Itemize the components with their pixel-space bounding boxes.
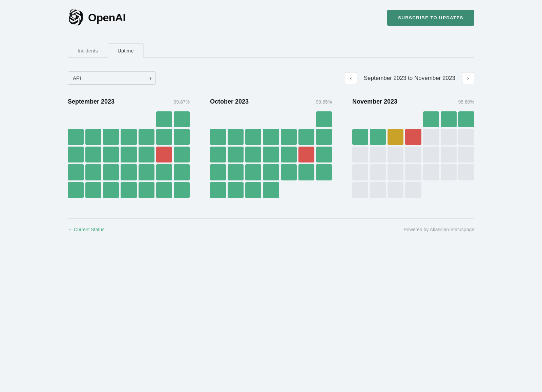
- calendar-cell[interactable]: [85, 129, 101, 145]
- calendar-cell[interactable]: [156, 111, 172, 127]
- calendar-cell[interactable]: [405, 182, 421, 198]
- calendar-cell[interactable]: [139, 111, 154, 127]
- calendar-cell[interactable]: [441, 111, 457, 127]
- calendar-cell[interactable]: [68, 111, 84, 127]
- calendar-cell[interactable]: [281, 164, 297, 180]
- calendar-cell[interactable]: [174, 111, 190, 127]
- calendar-cell[interactable]: [316, 129, 332, 145]
- calendar-cell[interactable]: [281, 111, 297, 127]
- calendar-cell[interactable]: [370, 182, 386, 198]
- calendar-cell[interactable]: [103, 111, 119, 127]
- calendar-cell[interactable]: [316, 111, 332, 127]
- calendar-cell[interactable]: [156, 164, 172, 180]
- calendar-cell[interactable]: [174, 147, 190, 162]
- calendar-cell[interactable]: [210, 129, 226, 145]
- calendar-cell[interactable]: [281, 129, 297, 145]
- calendar-cell[interactable]: [139, 182, 154, 198]
- calendar-cell[interactable]: [85, 182, 101, 198]
- calendar-cell[interactable]: [388, 111, 403, 127]
- calendar-cell[interactable]: [405, 164, 421, 180]
- calendar-cell[interactable]: [174, 164, 190, 180]
- calendar-cell[interactable]: [68, 164, 84, 180]
- calendar-cell[interactable]: [458, 129, 474, 145]
- calendar-cell[interactable]: [370, 111, 386, 127]
- calendar-cell[interactable]: [441, 164, 457, 180]
- calendar-cell[interactable]: [68, 129, 84, 145]
- calendar-cell[interactable]: [103, 147, 119, 162]
- calendar-cell[interactable]: [156, 147, 172, 162]
- calendar-cell[interactable]: [458, 164, 474, 180]
- calendar-cell[interactable]: [174, 182, 190, 198]
- subscribe-button[interactable]: SUBSCRIBE TO UPDATES: [387, 10, 474, 26]
- calendar-cell[interactable]: [68, 182, 84, 198]
- calendar-cell[interactable]: [423, 111, 439, 127]
- calendar-cell[interactable]: [103, 182, 119, 198]
- calendar-cell[interactable]: [245, 111, 261, 127]
- calendar-cell[interactable]: [85, 147, 101, 162]
- calendar-cell[interactable]: [405, 129, 421, 145]
- calendar-cell[interactable]: [85, 111, 101, 127]
- calendar-cell[interactable]: [210, 111, 226, 127]
- calendar-cell[interactable]: [281, 182, 297, 198]
- calendar-cell[interactable]: [298, 164, 314, 180]
- calendar-cell[interactable]: [121, 147, 137, 162]
- tab-uptime[interactable]: Uptime: [108, 43, 144, 58]
- calendar-cell[interactable]: [103, 164, 119, 180]
- calendar-cell[interactable]: [121, 129, 137, 145]
- calendar-cell[interactable]: [298, 147, 314, 162]
- calendar-cell[interactable]: [352, 164, 368, 180]
- calendar-cell[interactable]: [210, 182, 226, 198]
- calendar-cell[interactable]: [245, 182, 261, 198]
- calendar-cell[interactable]: [174, 129, 190, 145]
- calendar-cell[interactable]: [458, 111, 474, 127]
- prev-period-button[interactable]: ‹: [345, 72, 357, 84]
- calendar-cell[interactable]: [121, 182, 137, 198]
- calendar-cell[interactable]: [210, 147, 226, 162]
- calendar-cell[interactable]: [423, 182, 439, 198]
- calendar-cell[interactable]: [405, 147, 421, 162]
- calendar-cell[interactable]: [352, 111, 368, 127]
- calendar-cell[interactable]: [263, 111, 279, 127]
- service-dropdown[interactable]: API ChatGPT Labs Playground: [68, 71, 156, 85]
- calendar-cell[interactable]: [103, 129, 119, 145]
- calendar-cell[interactable]: [370, 147, 386, 162]
- calendar-cell[interactable]: [245, 147, 261, 162]
- calendar-cell[interactable]: [388, 129, 403, 145]
- tab-incidents[interactable]: Incidents: [68, 43, 108, 58]
- calendar-cell[interactable]: [423, 129, 439, 145]
- calendar-cell[interactable]: [156, 129, 172, 145]
- calendar-cell[interactable]: [139, 164, 154, 180]
- calendar-cell[interactable]: [281, 147, 297, 162]
- calendar-cell[interactable]: [139, 129, 154, 145]
- calendar-cell[interactable]: [352, 182, 368, 198]
- calendar-cell[interactable]: [228, 147, 244, 162]
- calendar-cell[interactable]: [263, 182, 279, 198]
- calendar-cell[interactable]: [121, 111, 137, 127]
- calendar-cell[interactable]: [263, 147, 279, 162]
- calendar-cell[interactable]: [210, 164, 226, 180]
- calendar-cell[interactable]: [441, 147, 457, 162]
- calendar-cell[interactable]: [458, 182, 474, 198]
- calendar-cell[interactable]: [228, 111, 244, 127]
- calendar-cell[interactable]: [298, 182, 314, 198]
- calendar-cell[interactable]: [388, 182, 403, 198]
- calendar-cell[interactable]: [156, 182, 172, 198]
- calendar-cell[interactable]: [352, 129, 368, 145]
- calendar-cell[interactable]: [228, 182, 244, 198]
- calendar-cell[interactable]: [388, 164, 403, 180]
- calendar-cell[interactable]: [423, 164, 439, 180]
- calendar-cell[interactable]: [298, 129, 314, 145]
- calendar-cell[interactable]: [298, 111, 314, 127]
- calendar-cell[interactable]: [423, 147, 439, 162]
- calendar-cell[interactable]: [405, 111, 421, 127]
- calendar-cell[interactable]: [263, 129, 279, 145]
- calendar-cell[interactable]: [388, 147, 403, 162]
- calendar-cell[interactable]: [458, 147, 474, 162]
- calendar-cell[interactable]: [316, 147, 332, 162]
- calendar-cell[interactable]: [316, 164, 332, 180]
- calendar-cell[interactable]: [228, 129, 244, 145]
- calendar-cell[interactable]: [352, 147, 368, 162]
- calendar-cell[interactable]: [370, 129, 386, 145]
- calendar-cell[interactable]: [316, 182, 332, 198]
- calendar-cell[interactable]: [441, 129, 457, 145]
